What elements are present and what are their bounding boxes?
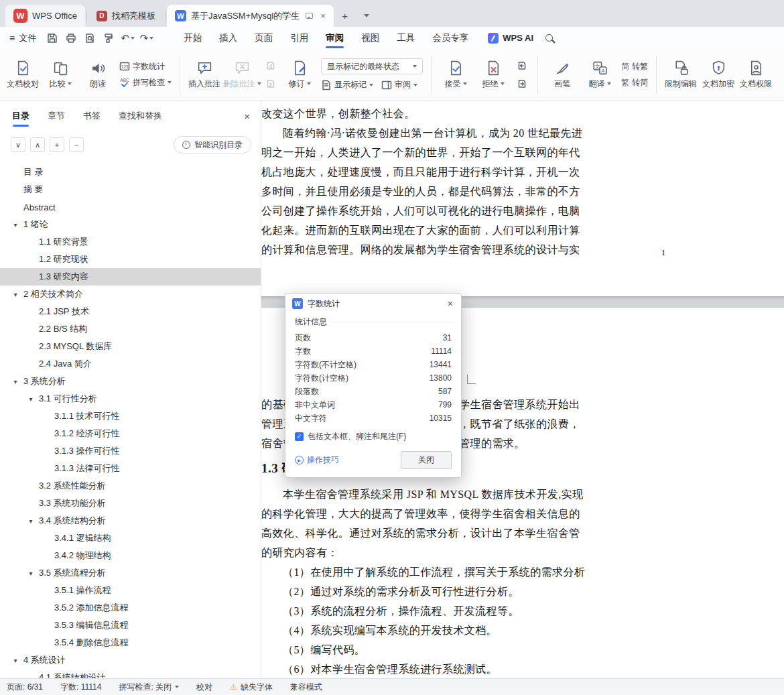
toc-item[interactable]: ▾3.4 系统结构分析 bbox=[0, 512, 261, 529]
print-button[interactable] bbox=[62, 30, 80, 46]
doc-line[interactable]: （5）编写代码。 bbox=[261, 640, 784, 659]
show-markup-button[interactable]: 显示标记 bbox=[321, 79, 373, 90]
sidebar-tab-0[interactable]: 目录 bbox=[12, 110, 29, 122]
menu-tab-3[interactable]: 引用 bbox=[281, 27, 317, 49]
tab-docer-template[interactable]: D 找稻壳模板 bbox=[88, 5, 164, 27]
toc-item[interactable]: 1.2 研究现状 bbox=[0, 251, 261, 268]
new-tab-button[interactable]: + bbox=[336, 7, 354, 24]
document-page-1[interactable]: 改变这个世界，创新整个社会。随着约翰·冯·诺依曼创建出第一台计算机，成为 20 … bbox=[261, 101, 784, 297]
doc-line[interactable]: （1）在使用中了解系统的工作流程，撰写关于系统的需求分析 bbox=[261, 562, 784, 582]
toc-item[interactable]: 3.4.1 逻辑结构 bbox=[0, 529, 261, 547]
menu-tab-5[interactable]: 视图 bbox=[352, 27, 388, 49]
toc-item[interactable]: 3.3 系统功能分析 bbox=[0, 495, 261, 512]
dialog-close-icon[interactable]: × bbox=[446, 298, 454, 309]
encrypt-doc-button[interactable]: 文档加密 bbox=[700, 53, 737, 96]
menu-tab-2[interactable]: 页面 bbox=[246, 27, 281, 49]
zoom-in-outline-button[interactable]: + bbox=[50, 137, 64, 152]
toc-expand-arrow[interactable]: ▾ bbox=[26, 517, 36, 525]
doc-line[interactable]: 改变这个世界，创新整个社会。 bbox=[261, 104, 784, 123]
toc-item[interactable]: ▾2 相关技术简介 bbox=[0, 286, 261, 303]
doc-permission-button[interactable]: 文档权限 bbox=[737, 53, 775, 96]
toc-item[interactable]: 1.3 研究内容 bbox=[0, 268, 261, 286]
toc-item[interactable]: Abstract bbox=[0, 198, 261, 216]
missing-font-warning[interactable]: ⚠ 缺失字体 bbox=[230, 682, 273, 693]
toc-item[interactable]: 目 录 bbox=[0, 164, 261, 181]
toc-item[interactable]: 3.1.3 法律可行性 bbox=[0, 460, 261, 477]
close-sidebar-icon[interactable]: × bbox=[244, 111, 250, 122]
doc-line[interactable]: 高效化、科学化。通过对系统的需求分析，设计出了本学生宿舍管 bbox=[261, 523, 784, 543]
toc-item[interactable]: 3.5.1 操作流程 bbox=[0, 582, 261, 599]
zoom-out-outline-button[interactable]: − bbox=[69, 137, 84, 152]
accept-revision-button[interactable]: 接受 bbox=[437, 53, 474, 96]
toc-item[interactable]: 3.1.1 技术可行性 bbox=[0, 407, 261, 425]
doc-line[interactable]: 化起来。进而新的互联网出现在了大家的面前，人们可以利用计算 bbox=[261, 220, 784, 240]
toc-item[interactable]: ▾1 绪论 bbox=[0, 216, 261, 233]
dialog-titlebar[interactable]: W 字数统计 × bbox=[285, 294, 461, 314]
toc-item[interactable]: 摘 要 bbox=[0, 181, 261, 198]
toc-item[interactable]: 4.1 系统结构设计 bbox=[0, 669, 261, 678]
close-tab-icon[interactable]: × bbox=[318, 11, 326, 21]
sidebar-tab-3[interactable]: 查找和替换 bbox=[119, 110, 162, 122]
toc-item[interactable]: 3.4.2 物理结构 bbox=[0, 547, 261, 564]
doc-line[interactable]: （3）系统的流程分析，操作流程、开发流程等。 bbox=[261, 601, 784, 621]
doc-line[interactable]: 明之一开始，人类进入了一个新的世界，开始了一个互联网的年代 bbox=[261, 143, 784, 162]
close-button[interactable]: 关闭 bbox=[401, 451, 452, 469]
format-painter-button[interactable] bbox=[100, 30, 117, 46]
menu-tab-7[interactable]: 会员专享 bbox=[423, 27, 477, 49]
page-indicator[interactable]: 页面: 6/31 bbox=[7, 682, 43, 693]
expand-all-button[interactable]: ∧ bbox=[30, 137, 45, 152]
ink-pen-button[interactable]: 画笔 bbox=[543, 53, 581, 96]
menu-tab-6[interactable]: 工具 bbox=[388, 27, 423, 49]
translate-button[interactable]: 文A 翻译 bbox=[581, 53, 618, 96]
toc-item[interactable]: 2.2 B/S 结构 bbox=[0, 320, 261, 338]
toc-item[interactable]: ▾3 系统分析 bbox=[0, 373, 261, 390]
toc-item[interactable]: 3.5.2 添加信息流程 bbox=[0, 599, 261, 617]
review-pane-button[interactable]: 审阅 bbox=[381, 79, 417, 90]
tab-list-dropdown[interactable] bbox=[358, 7, 375, 24]
prev-revision-button[interactable] bbox=[515, 59, 529, 72]
restrict-editing-button[interactable]: 限制编辑 bbox=[662, 53, 700, 96]
word-count-button[interactable]: 123 字数统计 bbox=[119, 61, 172, 72]
toc-item[interactable]: 3.1.3 操作可行性 bbox=[0, 442, 261, 460]
insert-comment-button[interactable]: 插入批注 bbox=[186, 53, 223, 96]
print-preview-button[interactable] bbox=[81, 30, 99, 46]
smart-recognize-toc-button[interactable]: 智能识别目录 bbox=[174, 136, 251, 153]
include-footnotes-checkbox[interactable]: ✓ 包括文本框、脚注和尾注(F) bbox=[295, 431, 452, 442]
doc-line[interactable]: （2）通过对系统的需求分析及可行性进行分析。 bbox=[261, 582, 784, 601]
toc-expand-arrow[interactable]: ▾ bbox=[11, 378, 20, 385]
doc-line[interactable]: 随着约翰·冯·诺依曼创建出第一台计算机，成为 20 世纪最先进 bbox=[261, 123, 784, 143]
toc-item[interactable]: 3.2 系统性能分析 bbox=[0, 477, 261, 495]
save-button[interactable] bbox=[44, 30, 61, 46]
chevron-down-icon[interactable] bbox=[131, 37, 135, 40]
toc-item[interactable]: 3.1.2 经济可行性 bbox=[0, 425, 261, 442]
doc-line[interactable]: 本学生宿舍管理系统采用 JSP 和 MYSQL 数据库技术开发,实现 bbox=[261, 485, 784, 504]
toc-item[interactable]: 3.5.4 删除信息流程 bbox=[0, 634, 261, 651]
file-menu-button[interactable]: ≡ 文件 bbox=[7, 32, 43, 44]
spellcheck-toggle[interactable]: 拼写检查: 关闭 bbox=[119, 682, 179, 693]
compare-button[interactable]: 比较 bbox=[42, 53, 79, 96]
tab-wps-office[interactable]: W WPS Office bbox=[5, 5, 85, 27]
toc-expand-arrow[interactable]: ▾ bbox=[11, 291, 20, 298]
word-count-indicator[interactable]: 字数: 11114 bbox=[60, 682, 101, 693]
doc-line[interactable]: 的研究内容有： bbox=[261, 543, 784, 562]
compat-mode-indicator[interactable]: 兼容模式 bbox=[290, 682, 322, 693]
next-revision-button[interactable] bbox=[515, 77, 529, 90]
to-traditional-button[interactable]: 简 转繁 bbox=[621, 61, 648, 72]
doc-line[interactable]: 多时间，并且使用必须是专业的人员，都是代码算法，非常的不方 bbox=[261, 182, 784, 201]
undo-button[interactable]: ↶ bbox=[118, 32, 137, 44]
chevron-down-icon[interactable] bbox=[149, 37, 153, 40]
doc-line[interactable]: （4）系统实现编写本系统的开发技术文档。 bbox=[261, 621, 784, 640]
toc-expand-arrow[interactable]: ▾ bbox=[26, 395, 36, 403]
tab-document[interactable]: W 基于JavaSSM+Mysql的学生 × bbox=[167, 5, 334, 27]
tips-link[interactable]: ▶ 操作技巧 bbox=[295, 454, 339, 466]
toc-item[interactable]: 1.1 研究背景 bbox=[0, 233, 261, 251]
redo-button[interactable]: ↷ bbox=[137, 32, 157, 44]
toc-item[interactable]: ▾3.5 系统流程分析 bbox=[0, 564, 261, 582]
to-simplified-button[interactable]: 繁 转简 bbox=[621, 77, 648, 88]
toc-item[interactable]: 2.4 Java 简介 bbox=[0, 355, 261, 373]
doc-line[interactable]: 机占地庞大，处理速度慢，而且只能用于进行科学计算，开机一次 bbox=[261, 162, 784, 182]
menu-tab-1[interactable]: 插入 bbox=[210, 27, 246, 49]
toc-item[interactable]: 2.3 MYSQL 数据库 bbox=[0, 338, 261, 355]
track-changes-button[interactable]: 修订 bbox=[281, 53, 318, 96]
toc-expand-arrow[interactable]: ▾ bbox=[26, 570, 36, 577]
